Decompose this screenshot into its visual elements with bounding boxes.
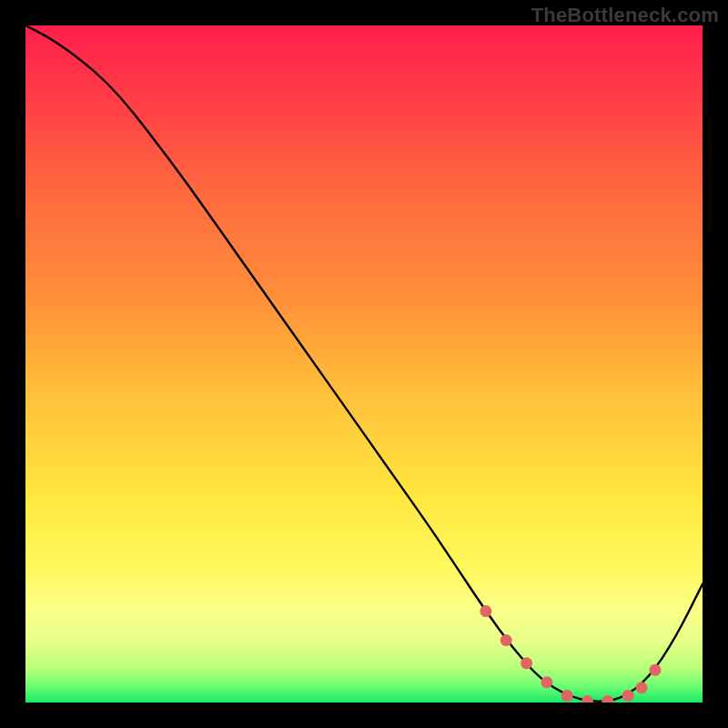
marker-dot [636,682,648,693]
marker-dot [649,664,661,676]
watermark-text: TheBottleneck.com [531,4,719,27]
marker-dot [541,676,552,688]
marker-dot [521,657,532,669]
marker-dot [622,690,634,702]
marker-dot [480,605,491,617]
chart-frame: TheBottleneck.com [0,0,728,728]
plot-background [25,25,703,703]
bottleneck-chart [25,25,703,703]
marker-dot [561,690,573,702]
marker-dot [500,634,512,646]
